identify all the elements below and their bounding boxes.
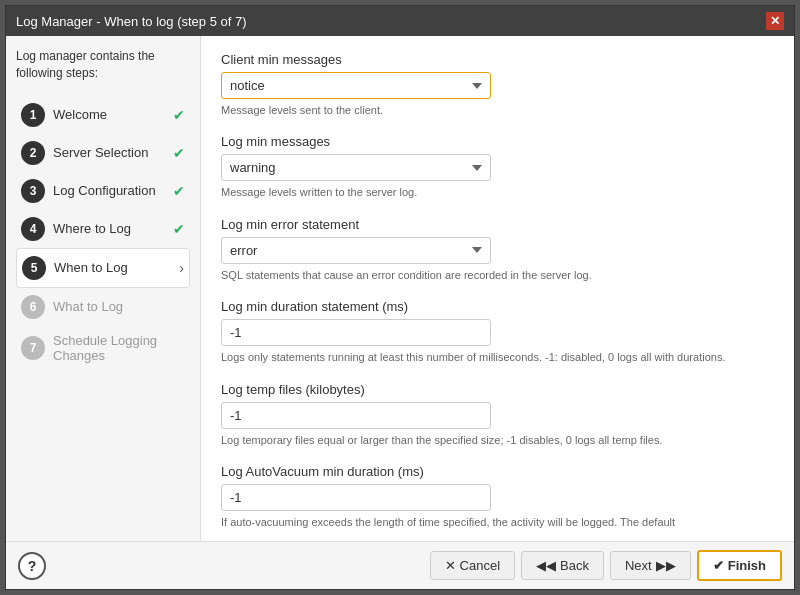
sidebar-item-what-to-log[interactable]: 6 What to Log [16, 288, 190, 326]
back-label: Back [560, 558, 589, 573]
next-button[interactable]: Next ▶▶ [610, 551, 691, 580]
sidebar-item-welcome[interactable]: 1 Welcome ✔ [16, 96, 190, 134]
label-log-temp-files: Log temp files (kilobytes) [221, 382, 774, 397]
cancel-label: Cancel [460, 558, 500, 573]
field-log-autovacuum-min-duration: Log AutoVacuum min duration (ms) If auto… [221, 464, 774, 530]
step-1-circle: 1 [21, 103, 45, 127]
select-client-min-messages[interactable]: debug5debug4debug3 debug2debug1info noti… [221, 72, 491, 99]
label-log-min-duration-statement: Log min duration statement (ms) [221, 299, 774, 314]
step-4-label: Where to Log [53, 221, 170, 236]
finish-check-icon: ✔ [713, 558, 724, 573]
input-log-min-duration-statement[interactable] [221, 319, 491, 346]
step-2-label: Server Selection [53, 145, 170, 160]
step-4-check: ✔ [173, 221, 185, 237]
sidebar-item-server-selection[interactable]: 2 Server Selection ✔ [16, 134, 190, 172]
sidebar: Log manager contains the following steps… [6, 36, 201, 541]
hint-log-temp-files: Log temporary files equal or larger than… [221, 433, 774, 448]
field-log-min-error-statement: Log min error statement debug5debug4debu… [221, 217, 774, 283]
sidebar-intro: Log manager contains the following steps… [16, 48, 190, 82]
sidebar-item-schedule-logging[interactable]: 7 Schedule Logging Changes [16, 326, 190, 370]
label-log-min-messages: Log min messages [221, 134, 774, 149]
finish-label: Finish [728, 558, 766, 573]
label-client-min-messages: Client min messages [221, 52, 774, 67]
label-log-min-error-statement: Log min error statement [221, 217, 774, 232]
log-manager-dialog: Log Manager - When to log (step 5 of 7) … [5, 5, 795, 590]
select-log-min-messages[interactable]: debug5debug4debug3 debug2debug1info noti… [221, 154, 491, 181]
hint-log-autovacuum-min-duration: If auto-vacuuming exceeds the length of … [221, 515, 774, 530]
step-1-check: ✔ [173, 107, 185, 123]
cancel-icon: ✕ [445, 558, 456, 573]
step-1-label: Welcome [53, 107, 170, 122]
main-content: Client min messages debug5debug4debug3 d… [201, 36, 794, 541]
cancel-button[interactable]: ✕ Cancel [430, 551, 515, 580]
select-log-min-error-statement[interactable]: debug5debug4debug3 debug2debug1info noti… [221, 237, 491, 264]
step-5-circle: 5 [22, 256, 46, 280]
footer-right: ✕ Cancel ◀◀ Back Next ▶▶ ✔ Finish [430, 550, 782, 581]
step-3-check: ✔ [173, 183, 185, 199]
sidebar-item-log-configuration[interactable]: 3 Log Configuration ✔ [16, 172, 190, 210]
hint-client-min-messages: Message levels sent to the client. [221, 103, 774, 118]
field-client-min-messages: Client min messages debug5debug4debug3 d… [221, 52, 774, 118]
finish-button[interactable]: ✔ Finish [697, 550, 782, 581]
sidebar-item-where-to-log[interactable]: 4 Where to Log ✔ [16, 210, 190, 248]
step-7-label: Schedule Logging Changes [53, 333, 185, 363]
back-button[interactable]: ◀◀ Back [521, 551, 604, 580]
step-2-check: ✔ [173, 145, 185, 161]
step-7-circle: 7 [21, 336, 45, 360]
step-3-circle: 3 [21, 179, 45, 203]
input-log-autovacuum-min-duration[interactable] [221, 484, 491, 511]
label-log-autovacuum-min-duration: Log AutoVacuum min duration (ms) [221, 464, 774, 479]
step-2-circle: 2 [21, 141, 45, 165]
step-5-label: When to Log [54, 260, 179, 275]
back-icon: ◀◀ [536, 558, 556, 573]
next-icon: ▶▶ [656, 558, 676, 573]
step-5-arrow: › [179, 260, 184, 276]
step-6-label: What to Log [53, 299, 185, 314]
dialog-footer: ? ✕ Cancel ◀◀ Back Next ▶▶ ✔ Finish [6, 541, 794, 589]
next-label: Next [625, 558, 652, 573]
step-3-label: Log Configuration [53, 183, 170, 198]
footer-left: ? [18, 552, 46, 580]
help-button[interactable]: ? [18, 552, 46, 580]
dialog-titlebar: Log Manager - When to log (step 5 of 7) … [6, 6, 794, 36]
step-4-circle: 4 [21, 217, 45, 241]
hint-log-min-duration-statement: Logs only statements running at least th… [221, 350, 774, 365]
dialog-title: Log Manager - When to log (step 5 of 7) [16, 14, 247, 29]
sidebar-item-when-to-log[interactable]: 5 When to Log › [16, 248, 190, 288]
step-6-circle: 6 [21, 295, 45, 319]
field-log-temp-files: Log temp files (kilobytes) Log temporary… [221, 382, 774, 448]
hint-log-min-messages: Message levels written to the server log… [221, 185, 774, 200]
field-log-min-duration-statement: Log min duration statement (ms) Logs onl… [221, 299, 774, 365]
field-log-min-messages: Log min messages debug5debug4debug3 debu… [221, 134, 774, 200]
close-button[interactable]: ✕ [766, 12, 784, 30]
dialog-body: Log manager contains the following steps… [6, 36, 794, 541]
input-log-temp-files[interactable] [221, 402, 491, 429]
hint-log-min-error-statement: SQL statements that cause an error condi… [221, 268, 774, 283]
